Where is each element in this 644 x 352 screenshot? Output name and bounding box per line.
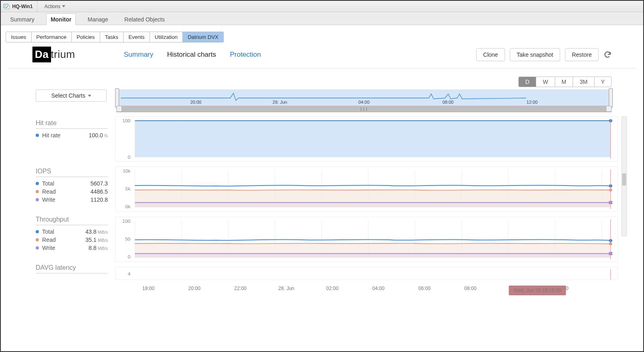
svg-text:4: 4	[128, 271, 131, 276]
legend-value: 1120.8	[90, 196, 108, 203]
dot-icon	[36, 246, 39, 250]
overview-tick: 12:00	[526, 100, 538, 105]
caret-down-icon	[62, 5, 65, 7]
window-titlebar: HQ-Win1 Actions	[1, 1, 643, 12]
clone-button[interactable]: Clone	[476, 48, 505, 61]
overview-tick: 04:00	[358, 100, 370, 105]
svg-text:5k: 5k	[125, 186, 131, 191]
legend-label: Total	[42, 180, 54, 187]
logo-bold: Da	[32, 47, 51, 62]
legend-value: 35.1	[86, 237, 96, 243]
legend-throughput: Throughput Total43.8MiB/s Read35.1MiB/s …	[36, 216, 108, 252]
time-tick: 22:00	[234, 286, 246, 291]
legend-value: 4486.5	[90, 188, 108, 195]
subtab-issues[interactable]: Issues	[6, 32, 32, 42]
tab-monitor[interactable]: Monitor	[46, 13, 76, 25]
range-day[interactable]: D	[519, 77, 536, 87]
legend-hitrate: Hit rate Hit rate100.0%	[36, 119, 108, 139]
dot-icon	[36, 182, 39, 185]
legend-label: Total	[42, 228, 54, 235]
vendor-nav: Summary Historical charts Protection	[124, 51, 261, 59]
range-3month[interactable]: 3M	[573, 77, 594, 87]
legend-label: Hit rate	[42, 132, 60, 139]
range-year[interactable]: Y	[595, 77, 611, 87]
legend-label: Write	[42, 196, 55, 203]
chart-hitrate: 100 0	[115, 116, 618, 162]
svg-text:0k: 0k	[125, 204, 131, 209]
legend-value: 8.8	[89, 245, 96, 251]
secondary-tabs: Issues Performance Policies Tasks Events…	[6, 32, 224, 43]
select-charts-label: Select Charts	[51, 92, 85, 99]
dot-icon	[36, 134, 39, 137]
overview-tick: 20:00	[190, 100, 201, 105]
nav-summary[interactable]: Summary	[124, 51, 154, 59]
legend-value: 43.8	[86, 228, 96, 235]
range-month[interactable]: M	[555, 77, 573, 87]
chart-throughput: 100 50 0	[115, 217, 618, 262]
legend-title: Hit rate	[36, 119, 108, 129]
dot-icon	[36, 190, 39, 193]
legend-unit: %	[104, 134, 108, 138]
subtab-policies[interactable]: Policies	[72, 32, 100, 42]
caret-down-icon	[88, 95, 91, 97]
svg-text:100: 100	[122, 118, 131, 123]
subtab-performance[interactable]: Performance	[32, 32, 72, 42]
overview-timeline[interactable]: 20:00 28. Jun 04:00 08:00 12:00	[116, 90, 612, 106]
select-charts-button[interactable]: Select Charts	[36, 90, 107, 102]
nav-protection[interactable]: Protection	[230, 51, 261, 59]
datrium-logo: Da trium	[32, 47, 75, 62]
subtab-datrium-dvx[interactable]: Datrium DVX	[183, 32, 223, 42]
dot-icon	[36, 198, 39, 201]
time-tick: 06:00	[418, 286, 430, 291]
primary-tabs: Summary Monitor Manage Related Objects	[1, 12, 643, 25]
subtab-events[interactable]: Events	[124, 32, 150, 42]
actions-label: Actions	[45, 4, 60, 9]
svg-text:10k: 10k	[123, 169, 131, 173]
overview-handle-right[interactable]	[609, 88, 613, 108]
legend-label: Read	[42, 188, 56, 195]
time-tick: 18:00	[142, 286, 154, 291]
actions-menu[interactable]: Actions	[41, 2, 68, 11]
overview-scrollbar[interactable]: | | |	[116, 106, 612, 112]
refresh-icon[interactable]	[603, 51, 612, 59]
subtab-utilization[interactable]: Utilization	[150, 32, 183, 42]
legend-unit: MiB/s	[98, 230, 108, 235]
time-tick: 20:00	[188, 286, 201, 291]
legend-title: DAVG latency	[36, 264, 108, 273]
legend-iops: IOPS Total5607.3 Read4486.5 Write1120.8	[36, 168, 108, 204]
svg-rect-15	[135, 121, 611, 157]
svg-text:0: 0	[128, 155, 131, 159]
tab-summary[interactable]: Summary	[6, 13, 39, 25]
dot-icon	[36, 238, 39, 241]
chart-scrollbar[interactable]	[621, 116, 627, 236]
time-tick: 28. Jun	[278, 286, 294, 291]
legend-unit: MiB/s	[98, 238, 108, 243]
legend-value: 100.0	[89, 132, 103, 139]
overview-handle-left[interactable]	[115, 88, 119, 108]
range-week[interactable]: W	[536, 77, 555, 87]
time-tick: 04:00	[372, 286, 385, 291]
take-snapshot-button[interactable]: Take snapshot	[510, 48, 560, 61]
vm-icon	[3, 3, 10, 10]
legend-label: Read	[42, 237, 56, 243]
vm-name: HQ-Win1	[12, 4, 33, 9]
overview-tick: 08:00	[443, 100, 454, 105]
nav-historical-charts[interactable]: Historical charts	[167, 51, 216, 59]
legend-label: Write	[42, 245, 55, 251]
chart-davg-latency: 4	[115, 267, 618, 280]
time-tick: 02:00	[326, 286, 338, 291]
legend-davg: DAVG latency	[36, 264, 108, 276]
time-range-toggle: D W M 3M Y	[518, 77, 612, 87]
logo-rest: trium	[51, 48, 75, 61]
time-tick: 08:00	[464, 286, 477, 291]
cursor-time-badge: Wed, Jun 28 16:15:00	[509, 286, 566, 295]
subtab-tasks[interactable]: Tasks	[100, 32, 124, 42]
tab-related-objects[interactable]: Related Objects	[120, 13, 169, 25]
svg-text:50: 50	[125, 237, 131, 241]
tab-manage[interactable]: Manage	[83, 13, 113, 25]
dot-icon	[36, 230, 39, 233]
svg-text:0: 0	[128, 254, 131, 259]
restore-button[interactable]: Restore	[565, 48, 599, 61]
legend-unit: MiB/s	[98, 246, 108, 251]
time-axis: 18:00 20:00 22:00 28. Jun 02:00 04:00 06…	[135, 285, 595, 295]
